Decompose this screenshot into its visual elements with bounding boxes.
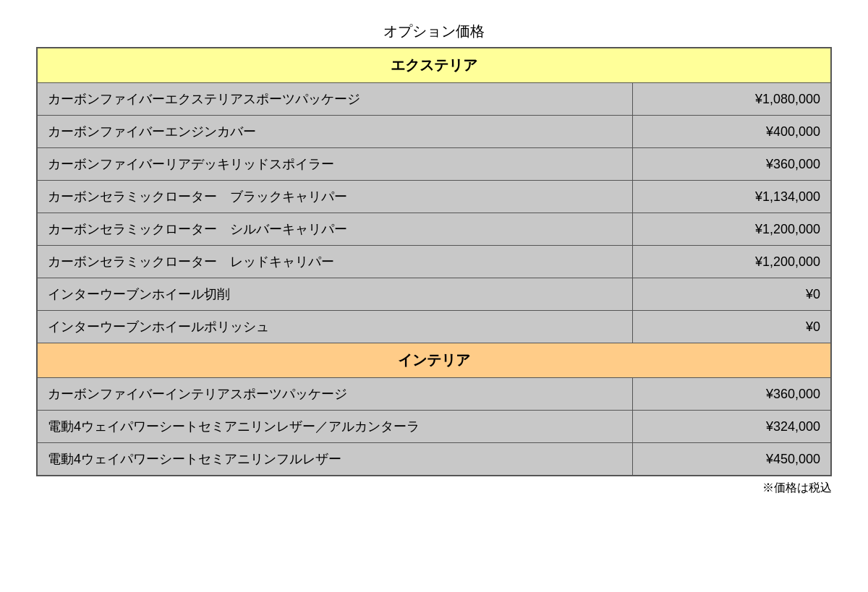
section-header-interior: インテリア bbox=[37, 343, 831, 378]
page-title: オプション価格 bbox=[36, 22, 832, 41]
item-price-exterior-1: ¥400,000 bbox=[633, 116, 832, 148]
item-name-exterior-2: カーボンファイバーリアデッキリッドスポイラー bbox=[37, 148, 633, 181]
table-row-exterior-2: カーボンファイバーリアデッキリッドスポイラー¥360,000 bbox=[37, 148, 831, 181]
item-price-exterior-7: ¥0 bbox=[633, 311, 832, 343]
item-name-exterior-1: カーボンファイバーエンジンカバー bbox=[37, 116, 633, 148]
table-row-interior-0: カーボンファイバーインテリアスポーツパッケージ¥360,000 bbox=[37, 378, 831, 411]
section-header-exterior: エクステリア bbox=[37, 48, 831, 83]
item-price-exterior-4: ¥1,200,000 bbox=[633, 213, 832, 246]
item-name-interior-2: 電動4ウェイパワーシートセミアニリンフルレザー bbox=[37, 443, 633, 476]
table-row-interior-1: 電動4ウェイパワーシートセミアニリンレザー／アルカンターラ¥324,000 bbox=[37, 411, 831, 443]
item-name-interior-1: 電動4ウェイパワーシートセミアニリンレザー／アルカンターラ bbox=[37, 411, 633, 443]
item-price-exterior-6: ¥0 bbox=[633, 278, 832, 311]
item-name-exterior-0: カーボンファイバーエクステリアスポーツパッケージ bbox=[37, 83, 633, 116]
item-price-exterior-3: ¥1,134,000 bbox=[633, 181, 832, 213]
table-row-interior-2: 電動4ウェイパワーシートセミアニリンフルレザー¥450,000 bbox=[37, 443, 831, 476]
table-row-exterior-6: インターウーブンホイール切削¥0 bbox=[37, 278, 831, 311]
item-name-exterior-4: カーボンセラミックローター シルバーキャリパー bbox=[37, 213, 633, 246]
item-name-interior-0: カーボンファイバーインテリアスポーツパッケージ bbox=[37, 378, 633, 411]
table-row-exterior-5: カーボンセラミックローター レッドキャリパー¥1,200,000 bbox=[37, 246, 831, 278]
item-name-exterior-5: カーボンセラミックローター レッドキャリパー bbox=[37, 246, 633, 278]
page-container: オプション価格 エクステリアカーボンファイバーエクステリアスポーツパッケージ¥1… bbox=[36, 22, 832, 496]
table-row-exterior-7: インターウーブンホイールポリッシュ¥0 bbox=[37, 311, 831, 343]
item-price-exterior-2: ¥360,000 bbox=[633, 148, 832, 181]
item-name-exterior-6: インターウーブンホイール切削 bbox=[37, 278, 633, 311]
item-name-exterior-3: カーボンセラミックローター ブラックキャリパー bbox=[37, 181, 633, 213]
table-row-exterior-0: カーボンファイバーエクステリアスポーツパッケージ¥1,080,000 bbox=[37, 83, 831, 116]
item-name-exterior-7: インターウーブンホイールポリッシュ bbox=[37, 311, 633, 343]
item-price-interior-0: ¥360,000 bbox=[633, 378, 832, 411]
item-price-exterior-5: ¥1,200,000 bbox=[633, 246, 832, 278]
item-price-exterior-0: ¥1,080,000 bbox=[633, 83, 832, 116]
item-price-interior-1: ¥324,000 bbox=[633, 411, 832, 443]
table-row-exterior-4: カーボンセラミックローター シルバーキャリパー¥1,200,000 bbox=[37, 213, 831, 246]
item-price-interior-2: ¥450,000 bbox=[633, 443, 832, 476]
options-table: エクステリアカーボンファイバーエクステリアスポーツパッケージ¥1,080,000… bbox=[36, 47, 832, 476]
footnote: ※価格は税込 bbox=[36, 481, 832, 496]
table-row-exterior-1: カーボンファイバーエンジンカバー¥400,000 bbox=[37, 116, 831, 148]
table-row-exterior-3: カーボンセラミックローター ブラックキャリパー¥1,134,000 bbox=[37, 181, 831, 213]
